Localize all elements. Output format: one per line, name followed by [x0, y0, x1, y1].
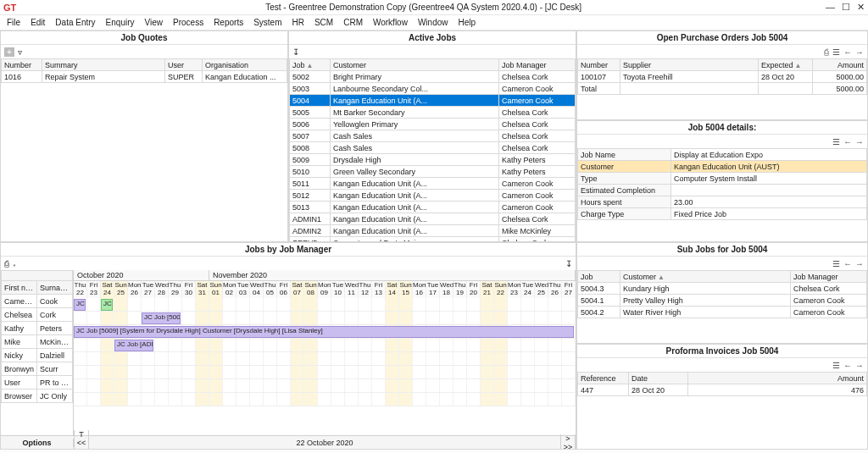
column-header[interactable]: Supplier	[620, 59, 759, 71]
tool-icon[interactable]: ☰	[832, 137, 840, 146]
table-row[interactable]: ADMIN1Kangan Education Unit (A...Chelsea…	[290, 213, 576, 225]
table-row[interactable]: 5012Kangan Education Unit (A...Cameron C…	[290, 190, 576, 202]
tool-icon[interactable]: ☰	[832, 47, 840, 57]
column-header[interactable]: Customer▲	[620, 271, 791, 283]
table-row[interactable]: ADMIN2Kangan Education Unit (A...Mike Mc…	[290, 225, 576, 237]
table-row[interactable]: 5004.3Kundary HighChelsea Cork	[578, 283, 867, 295]
menu-system[interactable]: System	[248, 16, 287, 29]
menu-process[interactable]: Process	[168, 16, 209, 29]
column-header[interactable]: Surname	[37, 281, 73, 295]
person-row[interactable]: MikeMcKinley	[2, 335, 73, 349]
menu-reports[interactable]: Reports	[209, 16, 248, 29]
column-header[interactable]: Amount	[813, 59, 867, 71]
filter-icon[interactable]: ▿	[12, 259, 17, 268]
gantt-row[interactable]: JC Job [ADMIN2]	[74, 339, 576, 352]
table-open-po[interactable]: NumberSupplierExpected▲Amount 100107Toyo…	[577, 58, 867, 95]
gantt-row[interactable]	[74, 393, 576, 406]
menu-file[interactable]: File	[2, 16, 25, 29]
table-row[interactable]: 5007Cash SalesChelsea Cork	[290, 130, 576, 142]
table-row[interactable]: 100107Toyota Freehill28 Oct 205000.00	[578, 71, 867, 83]
tool-icon[interactable]: ☰	[832, 259, 840, 268]
tool-back-icon[interactable]: ←	[843, 137, 852, 146]
table-row[interactable]: SERV5004Computer and Parts Main...Chelse…	[290, 237, 576, 242]
column-header[interactable]: Amount	[688, 373, 867, 384]
table-active-jobs[interactable]: Job▲CustomerJob Manager 5002Bright Prima…	[289, 58, 576, 241]
person-row[interactable]: BrowserJC Only	[2, 389, 73, 403]
gantt-row[interactable]	[74, 366, 576, 379]
minimize-icon[interactable]: —	[826, 2, 835, 13]
tool-forward-icon[interactable]: →	[855, 361, 864, 370]
menu-help[interactable]: Help	[453, 16, 481, 29]
column-header[interactable]: Job Manager	[499, 59, 576, 71]
menu-workflow[interactable]: Workflow	[368, 16, 413, 29]
column-header[interactable]: Expected▲	[759, 59, 813, 71]
menu-view[interactable]: View	[140, 16, 169, 29]
menu-scm[interactable]: SCM	[309, 16, 338, 29]
table-row[interactable]: 5008Cash SalesChelsea Cork	[290, 142, 576, 154]
gantt-row[interactable]: JC Job [5009] [System for Drysdale High]…	[74, 325, 576, 339]
table-row[interactable]: 5013Kangan Education Unit (A...Cameron C…	[290, 202, 576, 213]
table-row[interactable]: 5006Yellowglen PrimaryChelsea Cork	[290, 119, 576, 130]
tool-forward-icon[interactable]: →	[855, 259, 864, 268]
gantt-bar[interactable]: JC Job [5009] [System for Drysdale High]…	[74, 326, 574, 338]
tool-back-icon[interactable]: ←	[843, 361, 852, 370]
table-sub-jobs[interactable]: JobCustomer▲Job Manager 5004.3Kundary Hi…	[577, 270, 867, 318]
gantt-bar[interactable]: JC Job [5004.3] [E	[142, 312, 181, 324]
table-job-quotes[interactable]: NumberSummaryUserOrganisation 1016Repair…	[1, 58, 287, 83]
menu-edit[interactable]: Edit	[25, 16, 50, 29]
column-header[interactable]: Job▲	[290, 59, 331, 71]
column-header[interactable]: Summary	[42, 59, 165, 71]
tool-forward-icon[interactable]: →	[855, 137, 864, 146]
gantt-bar[interactable]: JC Job	[101, 299, 113, 311]
person-row[interactable]: ChelseaCork	[2, 308, 73, 322]
gantt-bar[interactable]: JC Job	[74, 299, 86, 311]
column-header[interactable]: Number	[2, 59, 42, 71]
column-header[interactable]: Date	[629, 373, 688, 384]
menu-crm[interactable]: CRM	[338, 16, 368, 29]
table-row[interactable]: 5005Mt Barker SecondaryChelsea Cork	[290, 107, 576, 119]
table-row[interactable]: 5004Kangan Education Unit (A...Cameron C…	[290, 95, 576, 107]
tool-forward-icon[interactable]: →	[855, 47, 864, 57]
column-header[interactable]: Number	[578, 59, 620, 71]
menu-window[interactable]: Window	[413, 16, 453, 29]
column-header[interactable]: Job Manager	[791, 271, 867, 283]
table-row[interactable]: 44728 Oct 20476	[578, 384, 867, 396]
menu-enquiry[interactable]: Enquiry	[101, 16, 140, 29]
table-row[interactable]: 5002Bright PrimaryChelsea Cork	[290, 71, 576, 83]
export-icon[interactable]: ↧	[292, 47, 299, 57]
table-row[interactable]: 5003Lanbourne Secondary Col...Cameron Co…	[290, 83, 576, 95]
export-icon[interactable]: ↧	[565, 259, 572, 268]
table-row[interactable]: 5004.1Pretty Valley HighCameron Cook	[578, 295, 867, 307]
column-header[interactable]: Job	[578, 271, 620, 283]
tool-icon[interactable]: ⎙	[4, 259, 9, 268]
gantt-row[interactable]: JC JobJC Job	[74, 298, 576, 312]
table-row[interactable]: 5009Drysdale HighKathy Peters	[290, 154, 576, 166]
gantt-bar[interactable]: JC Job [ADMIN2]	[114, 340, 153, 351]
tool-back-icon[interactable]: ←	[843, 259, 852, 268]
maximize-icon[interactable]: ☐	[842, 2, 850, 13]
table-proforma[interactable]: ReferenceDateAmount 44728 Oct 20476	[577, 372, 867, 396]
person-row[interactable]: UserPR to JC	[2, 376, 73, 389]
gantt-row[interactable]: JC Job [5004.3] [E	[74, 312, 576, 325]
add-icon[interactable]: +	[4, 47, 14, 57]
table-row[interactable]: 5010Green Valley SecondaryKathy Peters	[290, 166, 576, 178]
column-header[interactable]: Reference	[578, 373, 629, 384]
close-icon[interactable]: ✕	[857, 2, 865, 13]
tool-icon[interactable]: ☰	[832, 361, 840, 370]
table-row[interactable]: 1016Repair SystemSUPERKangan Education .…	[2, 71, 287, 83]
menu-hr[interactable]: HR	[287, 16, 309, 29]
table-row[interactable]: 5004.2Water River HighCameron Cook	[578, 307, 867, 318]
gantt-nav-forward[interactable]: > >>	[560, 434, 576, 450]
tool-icon[interactable]: ⎙	[824, 47, 829, 57]
gantt-row[interactable]	[74, 379, 576, 393]
column-header[interactable]: First name	[2, 281, 37, 295]
gantt-options-button[interactable]: Options	[1, 439, 74, 447]
filter-icon[interactable]: ▿	[18, 47, 22, 57]
menu-data-entry[interactable]: Data Entry	[50, 16, 100, 29]
tool-back-icon[interactable]: ←	[843, 47, 852, 57]
column-header[interactable]: Organisation	[203, 59, 287, 71]
person-row[interactable]: CameronCook	[2, 295, 73, 308]
table-row[interactable]: 5011Kangan Education Unit (A...Cameron C…	[290, 178, 576, 190]
person-row[interactable]: BronwynScurr	[2, 362, 73, 376]
column-header[interactable]: Customer	[331, 59, 499, 71]
